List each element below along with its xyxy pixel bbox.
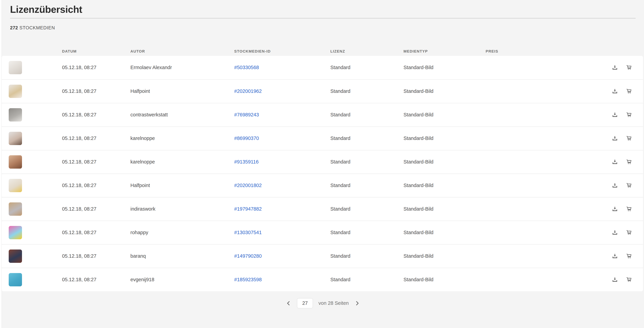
author-cell: baranq [130, 253, 234, 259]
stock-id-cell: #50330568 [234, 65, 330, 70]
download-button[interactable] [612, 182, 618, 189]
cart-icon [626, 229, 632, 236]
license-cell: Standard [330, 65, 404, 70]
add-to-cart-button[interactable] [626, 88, 632, 95]
download-button[interactable] [612, 206, 618, 212]
stock-id-link[interactable]: #202001962 [234, 88, 262, 94]
cart-icon [626, 159, 632, 165]
author-cell: karelnoppe [130, 136, 234, 141]
cart-icon [626, 253, 632, 259]
stock-id-cell: #91359116 [234, 159, 330, 165]
media-type-cell: Standard-Bild [404, 65, 486, 70]
page-title: Lizenzübersicht [10, 0, 636, 15]
download-button[interactable] [612, 276, 618, 283]
add-to-cart-button[interactable] [626, 276, 632, 283]
thumbnail-cell [9, 226, 62, 239]
row-actions [591, 88, 643, 95]
stock-id-link[interactable]: #130307541 [234, 230, 262, 235]
stock-id-cell: #130307541 [234, 230, 330, 235]
media-count-line: 272 STOCKMEDIEN [10, 25, 636, 31]
media-type-cell: Standard-Bild [404, 230, 486, 235]
license-cell: Standard [330, 159, 404, 165]
stock-id-cell: #149790280 [234, 253, 330, 259]
add-to-cart-button[interactable] [626, 159, 632, 165]
license-table: 05.12.18, 08:27 Ermolaev Alexandr #50330… [2, 56, 643, 291]
table-row: 05.12.18, 08:27 karelnoppe #86990370 Sta… [2, 126, 643, 150]
date-cell: 05.12.18, 08:27 [62, 88, 130, 94]
page-input[interactable] [297, 298, 313, 308]
media-type-cell: Standard-Bild [404, 112, 486, 118]
media-type-cell: Standard-Bild [404, 183, 486, 188]
download-button[interactable] [612, 229, 618, 236]
add-to-cart-button[interactable] [626, 111, 632, 118]
stock-id-link[interactable]: #76989243 [234, 112, 259, 117]
stock-thumbnail-hand-therapy[interactable] [9, 179, 22, 192]
stock-id-cell: #197947882 [234, 206, 330, 212]
download-icon [612, 229, 618, 236]
add-to-cart-button[interactable] [626, 206, 632, 212]
table-header-row: DATUM AUTOR STOCKMEDIEN-ID LIZENZ MEDIEN… [2, 49, 644, 54]
author-cell: contrastwerkstatt [130, 112, 234, 118]
download-icon [612, 88, 618, 95]
chevron-left-icon [286, 300, 292, 306]
author-cell: Halfpoint [130, 183, 234, 188]
thumbnail-cell [9, 132, 62, 145]
add-to-cart-button[interactable] [626, 229, 632, 236]
stock-thumbnail-back-massage[interactable] [9, 155, 22, 169]
download-button[interactable] [612, 64, 618, 71]
stock-thumbnail-group-portrait[interactable] [9, 108, 22, 122]
table-row: 05.12.18, 08:27 karelnoppe #91359116 Sta… [2, 150, 643, 174]
next-page-button[interactable] [354, 300, 360, 306]
stock-thumbnail-face-massage[interactable] [9, 132, 22, 145]
add-to-cart-button[interactable] [626, 182, 632, 189]
stock-thumbnail-family-in-bed[interactable] [9, 61, 22, 74]
stock-thumbnail-man-suit-brick-wall[interactable] [9, 249, 22, 263]
download-button[interactable] [612, 135, 618, 142]
add-to-cart-button[interactable] [626, 64, 632, 71]
column-header-price: PREIS [486, 49, 591, 54]
media-type-cell: Standard-Bild [404, 253, 486, 259]
author-cell: karelnoppe [130, 159, 234, 165]
download-button[interactable] [612, 253, 618, 259]
media-type-cell: Standard-Bild [404, 159, 486, 165]
author-cell: Halfpoint [130, 88, 234, 94]
row-actions [591, 135, 643, 142]
stock-id-link[interactable]: #50330568 [234, 65, 259, 70]
license-overview-panel: Lizenzübersicht 272 STOCKMEDIEN DATUM AU… [2, 0, 644, 328]
stock-thumbnail-physio-massage[interactable] [9, 85, 22, 98]
cart-icon [626, 182, 632, 189]
download-button[interactable] [612, 112, 618, 118]
add-to-cart-button[interactable] [626, 135, 632, 142]
stock-id-cell: #185923598 [234, 277, 330, 282]
row-actions [591, 159, 643, 165]
table-row: 05.12.18, 08:27 baranq #149790280 Standa… [2, 244, 643, 268]
previous-page-button[interactable] [286, 300, 292, 306]
download-icon [612, 182, 618, 189]
stock-id-link[interactable]: #91359116 [234, 159, 258, 165]
thumbnail-cell [9, 202, 62, 216]
date-cell: 05.12.18, 08:27 [62, 230, 130, 235]
download-button[interactable] [612, 159, 618, 165]
stock-id-link[interactable]: #197947882 [234, 206, 262, 212]
stock-id-link[interactable]: #86990370 [234, 136, 259, 141]
stock-thumbnail-woman-pink-hat[interactable] [9, 226, 22, 239]
download-icon [612, 276, 618, 283]
row-actions [591, 253, 643, 259]
row-actions [591, 111, 643, 118]
row-actions [591, 182, 643, 189]
row-actions [591, 229, 643, 236]
add-to-cart-button[interactable] [626, 253, 632, 259]
row-actions [591, 276, 643, 283]
date-cell: 05.12.18, 08:27 [62, 65, 130, 70]
column-header-license: LIZENZ [330, 49, 404, 54]
license-cell: Standard [330, 253, 404, 259]
stock-thumbnail-woman-gray-coat[interactable] [9, 202, 22, 216]
license-cell: Standard [330, 88, 404, 94]
table-row: 05.12.18, 08:27 rohappy #130307541 Stand… [2, 221, 643, 244]
title-divider [10, 18, 636, 19]
stock-id-link[interactable]: #185923598 [234, 277, 262, 282]
stock-id-link[interactable]: #202001802 [234, 183, 262, 188]
stock-thumbnail-woman-blue-studio[interactable] [9, 273, 22, 286]
stock-id-link[interactable]: #149790280 [234, 253, 262, 259]
download-button[interactable] [612, 88, 618, 95]
